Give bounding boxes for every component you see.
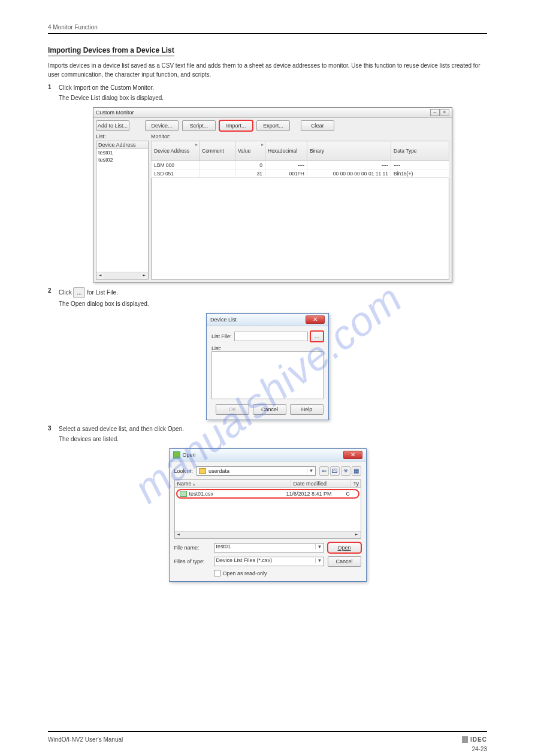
cell-value[interactable]: 31 <box>235 169 265 178</box>
device-list-titlebar[interactable]: Device List ✕ <box>207 314 328 326</box>
help-button[interactable]: Help <box>290 404 324 415</box>
step-3-text: Select a saved device list, and then cli… <box>59 425 184 433</box>
cell-hex[interactable]: ---- <box>265 161 307 169</box>
idec-logo: IDEC <box>462 736 487 743</box>
clear-button[interactable]: Clear <box>301 120 334 131</box>
browse-button[interactable]: ... <box>310 331 324 342</box>
chevron-down-icon: ▼ <box>315 558 322 563</box>
cell-bin[interactable]: 00 00 00 00 00 01 11 11 <box>307 169 391 178</box>
cell-comment[interactable] <box>200 161 235 169</box>
list-sidebar[interactable]: Device Address test01 test02 ◄ ► <box>96 141 149 280</box>
open-button[interactable]: Open <box>328 542 361 553</box>
read-only-label: Open as read-only <box>223 570 267 576</box>
close-button[interactable]: ✕ <box>306 315 325 324</box>
files-of-type-label: Files of type: <box>174 558 210 564</box>
import-button[interactable]: Import... <box>219 120 253 131</box>
cancel-button[interactable]: Cancel <box>328 556 361 567</box>
file-list-empty <box>175 500 361 531</box>
page-number: 24-23 <box>471 746 487 752</box>
list-item[interactable]: test01 <box>96 149 148 156</box>
col-type[interactable]: Ty <box>351 480 361 487</box>
step-3-sub: The devices are listed. <box>59 436 487 442</box>
cancel-button[interactable]: Cancel <box>253 404 286 415</box>
col-hex[interactable]: Hexadecimal <box>265 141 307 161</box>
cell-comment[interactable] <box>200 169 235 178</box>
look-in-dropdown[interactable]: userdata ▼ <box>197 466 315 476</box>
device-button[interactable]: Device... <box>145 120 179 131</box>
script-button[interactable]: Script... <box>182 120 216 131</box>
open-titlebar[interactable]: Open ✕ <box>170 449 366 462</box>
cell-addr[interactable]: LSD 051 <box>152 169 200 178</box>
step-1-num: 1 <box>48 84 59 92</box>
step-2-sub: The Open dialog box is displayed. <box>59 300 487 307</box>
cell-bin[interactable]: ---- <box>307 161 391 169</box>
scroll-right-icon[interactable]: ► <box>353 532 361 538</box>
device-list-title: Device List <box>210 317 237 323</box>
new-folder-icon[interactable]: ✳ <box>341 466 350 476</box>
browse-icon: ... <box>73 287 85 298</box>
scroll-right-icon[interactable]: ► <box>141 272 148 279</box>
ok-button[interactable]: OK <box>216 404 249 415</box>
cell-type[interactable]: ---- <box>391 161 449 169</box>
monitor-table[interactable]: Device Address▸ Comment Value▸ Hexadecim… <box>151 141 449 280</box>
list-scrollbar[interactable]: ◄ ► <box>96 272 148 279</box>
chapter-label: 4 Monitor Function <box>48 24 98 31</box>
cell-type[interactable]: Bin16(+) <box>391 169 449 178</box>
add-to-list-button[interactable]: Add to List... <box>96 120 129 131</box>
col-bin[interactable]: Binary <box>307 141 391 161</box>
file-row[interactable]: test01.csv 11/6/2012 8:41 PM C <box>176 489 359 499</box>
scroll-left-icon[interactable]: ◄ <box>96 272 104 279</box>
file-icon <box>180 491 187 497</box>
footer-manual-title: WindO/I-NV2 User's Manual <box>48 736 123 743</box>
step-3-num: 3 <box>48 425 59 433</box>
device-list-dialog: Device List ✕ List File: ... List: OK Ca… <box>206 313 329 420</box>
monitor-label: Monitor: <box>151 133 449 139</box>
open-title: Open <box>183 452 196 458</box>
cell-value[interactable]: 0 <box>235 161 265 169</box>
read-only-checkbox[interactable] <box>214 570 220 576</box>
chevron-down-icon: ▼ <box>315 544 322 549</box>
files-of-type-dropdown[interactable]: Device List Files (*.csv) ▼ <box>214 557 324 566</box>
col-type[interactable]: Data Type <box>391 141 449 161</box>
export-button[interactable]: Export... <box>256 120 290 131</box>
file-name-input[interactable]: test01 ▼ <box>214 543 324 552</box>
custom-monitor-titlebar[interactable]: Custom Monitor – × <box>93 108 452 118</box>
scroll-left-icon[interactable]: ◄ <box>175 532 182 538</box>
file-scrollbar[interactable]: ◄ ► <box>175 531 361 538</box>
close-button[interactable]: ✕ <box>343 451 362 459</box>
col-date-modified[interactable]: Date modified <box>291 480 351 487</box>
file-date: 11/6/2012 8:41 PM <box>286 491 346 497</box>
cell-hex[interactable]: 001FH <box>265 169 307 178</box>
col-comment[interactable]: Comment <box>200 141 235 161</box>
look-in-label: Look in: <box>174 468 194 474</box>
list-header[interactable]: Device Address <box>96 141 148 149</box>
header-rule <box>48 33 487 34</box>
device-list-box[interactable] <box>211 351 324 399</box>
col-value[interactable]: Value▸ <box>235 141 265 161</box>
step-1-text: Click Import on the Custom Monitor. <box>59 84 154 92</box>
custom-monitor-window: Custom Monitor – × Add to List... Device… <box>93 107 452 283</box>
view-menu-icon[interactable]: ▦ <box>352 466 361 476</box>
chevron-down-icon: ▼ <box>307 468 314 473</box>
folder-icon <box>199 468 206 474</box>
minimize-button[interactable]: – <box>430 109 440 116</box>
footer-rule <box>48 731 487 732</box>
step-2-num: 2 <box>48 287 59 298</box>
custom-monitor-toolbar: Add to List... Device... Script... Impor… <box>93 118 452 133</box>
intro-text: Imports devices in a device list saved a… <box>48 61 487 79</box>
list-file-input[interactable] <box>234 332 308 341</box>
file-type: C <box>346 491 356 497</box>
file-list[interactable]: Name ▴ Date modified Ty test01.csv 11/6/… <box>174 479 361 539</box>
file-name-label: File name: <box>174 545 210 551</box>
cell-addr[interactable]: LBM 000 <box>152 161 200 169</box>
step-2-text: Click ... for List File. <box>59 287 118 298</box>
custom-monitor-title: Custom Monitor <box>96 110 134 116</box>
step-1-sub: The Device List dialog box is displayed. <box>59 95 487 101</box>
up-folder-icon[interactable]: ⮹ <box>330 466 340 476</box>
close-button[interactable]: × <box>440 109 449 116</box>
back-icon[interactable]: ⇐ <box>319 466 329 476</box>
file-name: test01.csv <box>189 491 286 497</box>
list-item[interactable]: test02 <box>96 156 148 163</box>
col-name[interactable]: Name ▴ <box>175 480 291 487</box>
col-device-address[interactable]: Device Address▸ <box>152 141 200 161</box>
